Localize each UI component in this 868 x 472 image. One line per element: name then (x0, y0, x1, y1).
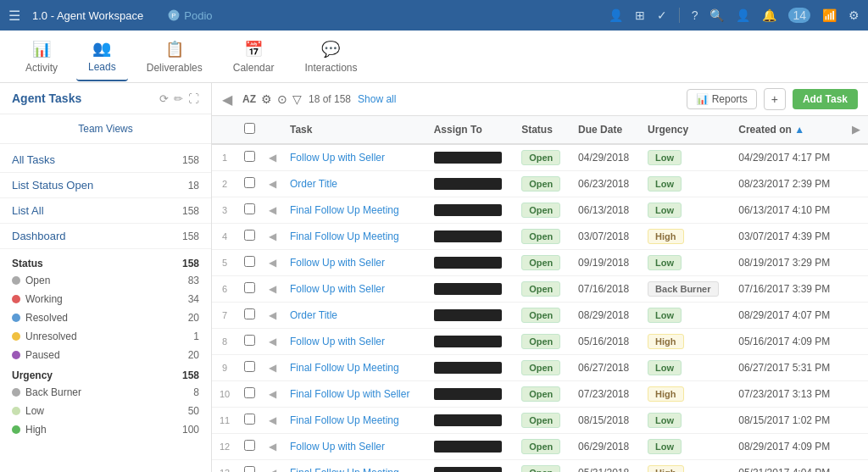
task-link[interactable]: Final Follow Up Meeting (290, 467, 399, 472)
col-task-header[interactable]: Task (283, 116, 427, 144)
row-checkbox[interactable] (237, 434, 262, 460)
row-nav[interactable]: ◀ (262, 329, 283, 355)
settings-gear-icon[interactable]: ⚙ (261, 92, 272, 106)
row-select[interactable] (244, 151, 255, 162)
row-select[interactable] (244, 230, 255, 241)
sidebar-item-dashboard[interactable]: Dashboard 158 (0, 224, 211, 249)
row-checkbox[interactable] (237, 381, 262, 408)
row-checkbox[interactable] (237, 355, 262, 381)
user-icon[interactable]: 👤 (736, 8, 750, 22)
sidebar-urgency-item[interactable]: Back Burner8 (0, 383, 211, 402)
sidebar-status-item[interactable]: Working34 (0, 290, 211, 308)
task-link[interactable]: Follow Up with Seller (290, 336, 385, 347)
sidebar-urgency-item[interactable]: High100 (0, 420, 211, 439)
row-nav[interactable]: ◀ (262, 303, 283, 329)
tab-activity[interactable]: 📊 Activity (14, 33, 70, 81)
sidebar-edit-icon[interactable]: ✏ (174, 92, 183, 105)
sidebar-item-list-all[interactable]: List All 158 (0, 198, 211, 224)
task-link[interactable]: Final Follow Up Meeting (290, 414, 399, 426)
sidebar-status-item[interactable]: Resolved20 (0, 308, 211, 327)
row-task[interactable]: Final Follow Up with Seller (283, 381, 427, 408)
row-nav[interactable]: ◀ (262, 434, 283, 460)
row-task[interactable]: Follow Up with Seller (283, 144, 427, 171)
collapse-icon[interactable]: ◀ (222, 92, 232, 108)
row-select[interactable] (244, 256, 255, 267)
row-task[interactable]: Follow Up with Seller (283, 434, 427, 460)
row-task[interactable]: Follow Up with Seller (283, 329, 427, 355)
row-nav[interactable]: ◀ (262, 408, 283, 434)
filter-icon[interactable]: ⊙ (277, 92, 287, 106)
select-all-checkbox[interactable] (244, 123, 255, 134)
row-select[interactable] (244, 361, 255, 372)
row-select[interactable] (244, 308, 255, 319)
task-link[interactable]: Final Follow Up with Seller (290, 388, 409, 400)
sidebar-filter-icon[interactable]: ⟳ (159, 92, 169, 105)
show-all-link[interactable]: Show all (358, 93, 396, 105)
tab-calendar[interactable]: 📅 Calendar (221, 33, 287, 81)
row-checkbox[interactable] (237, 171, 262, 197)
row-task[interactable]: Order Title (283, 303, 427, 329)
row-task[interactable]: Follow Up with Seller (283, 276, 427, 303)
row-checkbox[interactable] (237, 224, 262, 250)
row-task[interactable]: Final Follow Up Meeting (283, 197, 427, 224)
task-link[interactable]: Follow Up with Seller (290, 283, 385, 295)
row-task[interactable]: Final Follow Up Meeting (283, 355, 427, 381)
task-link[interactable]: Follow Up with Seller (290, 257, 385, 269)
tab-leads[interactable]: 👥 Leads (76, 32, 128, 81)
task-link[interactable]: Final Follow Up Meeting (290, 204, 399, 216)
row-select[interactable] (244, 414, 255, 425)
row-task[interactable]: Order Title (283, 171, 427, 197)
add-task-button[interactable]: Add Task (793, 89, 858, 109)
row-checkbox[interactable] (237, 276, 262, 303)
filter2-icon[interactable]: ▽ (292, 92, 302, 106)
check-icon[interactable]: ✓ (657, 8, 667, 22)
row-task[interactable]: Follow Up with Seller (283, 250, 427, 276)
row-nav[interactable]: ◀ (262, 276, 283, 303)
row-task[interactable]: Final Follow Up Meeting (283, 460, 427, 473)
bell-icon[interactable]: 🔔 (762, 8, 776, 22)
sidebar-status-item[interactable]: Unresolved1 (0, 327, 211, 346)
task-link[interactable]: Follow Up with Seller (290, 441, 385, 453)
row-nav[interactable]: ◀ (262, 460, 283, 473)
sidebar-expand-icon[interactable]: ⛶ (188, 92, 199, 105)
hamburger-icon[interactable]: ☰ (8, 8, 20, 24)
sidebar-item-all-tasks[interactable]: All Tasks 158 (0, 147, 211, 173)
row-nav[interactable]: ◀ (262, 381, 283, 408)
people-icon[interactable]: 👤 (609, 8, 623, 22)
settings-icon[interactable]: ⚙ (849, 8, 860, 22)
sidebar-item-list-status-open[interactable]: List Status Open 18 (0, 173, 211, 198)
reports-button[interactable]: 📊 Reports (687, 89, 757, 109)
sidebar-status-item[interactable]: Open83 (0, 271, 211, 290)
question-icon[interactable]: ? (692, 8, 698, 22)
row-nav[interactable]: ◀ (262, 250, 283, 276)
sidebar-status-item[interactable]: Paused20 (0, 346, 211, 364)
task-link[interactable]: Follow Up with Seller (290, 152, 385, 164)
row-nav[interactable]: ◀ (262, 197, 283, 224)
row-select[interactable] (244, 440, 255, 451)
row-nav[interactable]: ◀ (262, 171, 283, 197)
sort-az-icon[interactable]: AZ (242, 93, 256, 105)
task-link[interactable]: Order Title (290, 178, 337, 190)
task-link[interactable]: Order Title (290, 309, 337, 321)
task-link[interactable]: Final Follow Up Meeting (290, 230, 399, 242)
task-link[interactable]: Final Follow Up Meeting (290, 362, 399, 374)
row-checkbox[interactable] (237, 197, 262, 224)
row-nav[interactable]: ◀ (262, 144, 283, 171)
col-duedate-header[interactable]: Due Date (571, 116, 641, 144)
row-checkbox[interactable] (237, 144, 262, 171)
next-col-icon[interactable]: ▶ (852, 124, 860, 136)
col-created-header[interactable]: Created on ▲ (732, 116, 845, 144)
row-nav[interactable]: ◀ (262, 224, 283, 250)
row-checkbox[interactable] (237, 250, 262, 276)
row-select[interactable] (244, 177, 255, 188)
row-checkbox[interactable] (237, 329, 262, 355)
row-checkbox[interactable] (237, 460, 262, 473)
wifi-icon[interactable]: 📶 (822, 8, 837, 22)
row-checkbox[interactable] (237, 303, 262, 329)
row-select[interactable] (244, 387, 255, 398)
search-icon[interactable]: 🔍 (709, 8, 724, 22)
row-select[interactable] (244, 335, 255, 346)
row-select[interactable] (244, 466, 255, 472)
row-task[interactable]: Final Follow Up Meeting (283, 408, 427, 434)
sidebar-urgency-item[interactable]: Low50 (0, 402, 211, 420)
